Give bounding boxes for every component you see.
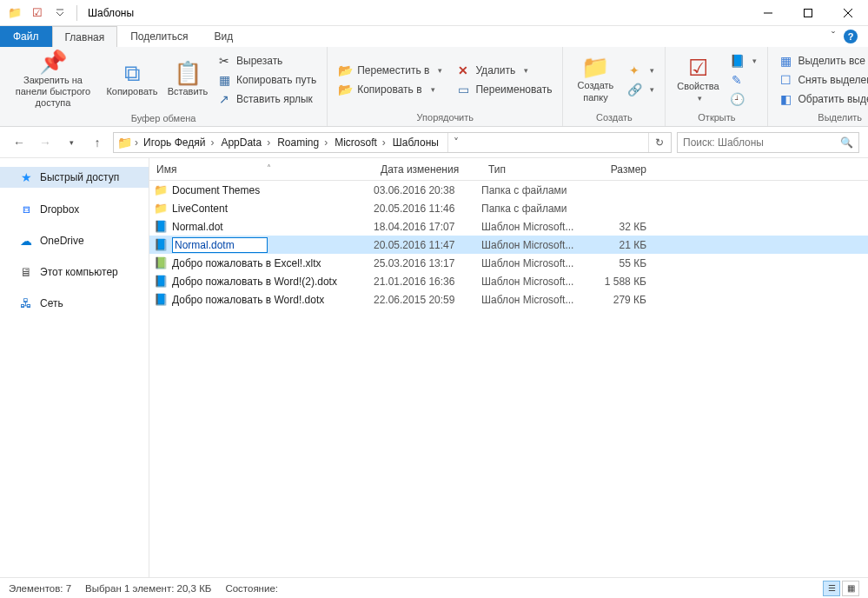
scissors-icon: ✂	[217, 54, 231, 68]
word-icon: 📘	[153, 293, 169, 306]
invert-selection-button[interactable]: ◧Обратить выделение	[773, 90, 868, 109]
properties-button[interactable]: ☑ Свойства	[671, 55, 725, 105]
navpane-network[interactable]: 🖧Сеть	[0, 293, 149, 314]
group-select: ▦Выделить все ☐Снять выделение ◧Обратить…	[768, 47, 868, 126]
file-row[interactable]: 📗Добро пожаловать в Excel!.xltx25.03.201…	[149, 254, 868, 272]
column-header-size[interactable]: Размер	[584, 163, 653, 176]
qat-dropdown-icon[interactable]	[50, 3, 70, 23]
file-date: 18.04.2016 17:07	[374, 221, 481, 233]
back-button[interactable]: ←	[9, 132, 30, 153]
navpane-dropbox[interactable]: ⧈Dropbox	[0, 198, 149, 220]
file-row[interactable]: 📁Document Themes03.06.2016 20:38Папка с …	[149, 181, 868, 199]
rename-input[interactable]: Normal.dotm	[172, 237, 268, 253]
navpane-onedrive[interactable]: ☁OneDrive	[0, 230, 149, 251]
search-input[interactable]	[683, 136, 840, 149]
new-item-button[interactable]: ✦	[622, 61, 659, 80]
easy-access-button[interactable]: 🔗	[622, 80, 659, 99]
file-type: Папка с файлами	[481, 203, 584, 215]
select-none-button[interactable]: ☐Снять выделение	[773, 70, 868, 90]
breadcrumb[interactable]: Шаблоны	[389, 133, 447, 152]
up-button[interactable]: ↑	[87, 132, 108, 153]
cut-button[interactable]: ✂Вырезать	[212, 51, 321, 70]
minimize-button[interactable]	[748, 0, 788, 26]
file-size: 55 КБ	[584, 257, 646, 269]
tab-home[interactable]: Главная	[52, 26, 118, 47]
close-button[interactable]	[828, 0, 868, 26]
column-header-name[interactable]: Имя ˄	[149, 163, 374, 176]
breadcrumb[interactable]: AppData	[217, 133, 274, 152]
file-name: Normal.dot	[169, 221, 374, 233]
help-icon[interactable]: ?	[844, 30, 858, 43]
file-type: Шаблон Microsoft...	[481, 221, 584, 233]
refresh-button[interactable]: ↻	[648, 133, 669, 152]
copy-path-button[interactable]: ▦Копировать путь	[212, 70, 321, 90]
group-new-label: Создать	[563, 112, 665, 126]
paste-icon: 📋	[174, 62, 202, 84]
svg-rect-1	[805, 9, 812, 17]
ribbon-collapse-icon[interactable]: ˇ	[832, 30, 835, 43]
move-to-button[interactable]: 📂Переместить в	[333, 61, 447, 80]
search-box[interactable]: 🔍	[677, 132, 859, 153]
column-header-date[interactable]: Дата изменения	[374, 163, 481, 176]
paste-shortcut-button[interactable]: ↗Вставить ярлык	[212, 90, 321, 109]
file-date: 20.05.2016 11:46	[374, 203, 481, 215]
word-icon: 📘	[153, 275, 169, 288]
select-all-button[interactable]: ▦Выделить все	[773, 51, 868, 70]
column-header-type[interactable]: Тип	[481, 163, 584, 176]
folder-icon[interactable]: 📁	[5, 3, 24, 23]
delete-button[interactable]: ✕Удалить	[451, 61, 557, 80]
history-button[interactable]: 🕘	[725, 90, 762, 109]
properties-qat-icon[interactable]: ☑	[28, 3, 47, 23]
file-row[interactable]: 📁LiveContent20.05.2016 11:46Папка с файл…	[149, 199, 868, 217]
thumbnails-view-button[interactable]: ▦	[842, 581, 859, 596]
history-icon: 🕘	[730, 92, 744, 106]
quick-access-toolbar: 📁 ☑	[0, 3, 81, 23]
navpane-quick-access[interactable]: ★Быстрый доступ	[0, 167, 149, 188]
status-state: Состояние:	[225, 583, 278, 594]
navigation-pane: ★Быстрый доступ ⧈Dropbox ☁OneDrive 🖥Этот…	[0, 158, 149, 577]
paste-button[interactable]: 📋 Вставить	[163, 60, 212, 99]
group-organize-label: Упорядочить	[328, 112, 562, 126]
ribbon-tabs: Файл Главная Поделиться Вид ˇ ?	[0, 26, 868, 47]
breadcrumb[interactable]: Roaming	[274, 133, 331, 152]
navpane-this-pc[interactable]: 🖥Этот компьютер	[0, 262, 149, 282]
address-folder-icon: 📁	[116, 136, 133, 150]
tab-share[interactable]: Поделиться	[117, 26, 201, 47]
star-icon: ★	[19, 170, 33, 184]
tab-file[interactable]: Файл	[0, 26, 52, 47]
edit-icon: ✎	[730, 73, 744, 87]
file-size: 279 КБ	[584, 294, 646, 306]
new-folder-button[interactable]: 📁 Создать папку	[568, 54, 622, 104]
pin-to-quick-access-button[interactable]: 📌 Закрепить на панели быстрого доступа	[5, 49, 101, 111]
address-dropdown-icon[interactable]: ˅	[447, 133, 465, 152]
copy-button[interactable]: ⧉ Копировать	[101, 60, 163, 99]
file-type: Шаблон Microsoft...	[481, 294, 584, 306]
group-new: 📁 Создать папку ✦ 🔗 Создать	[563, 47, 666, 126]
group-clipboard-label: Буфер обмена	[0, 113, 327, 126]
open-button[interactable]: 📘	[725, 51, 762, 70]
maximize-button[interactable]	[788, 0, 828, 26]
tab-view[interactable]: Вид	[201, 26, 246, 47]
copy-to-button[interactable]: 📂Копировать в	[333, 80, 447, 99]
group-open: ☑ Свойства 📘 ✎ 🕘 Открыть	[666, 47, 768, 126]
file-row[interactable]: 📘Normal.dot18.04.2016 17:07Шаблон Micros…	[149, 217, 868, 236]
recent-locations-button[interactable]: ▾	[61, 132, 82, 153]
open-icon: 📘	[730, 54, 744, 68]
edit-button[interactable]: ✎	[725, 70, 762, 90]
details-view-button[interactable]: ☰	[823, 581, 840, 596]
select-all-icon: ▦	[779, 54, 792, 68]
file-date: 20.05.2016 11:47	[374, 239, 481, 251]
file-row[interactable]: 📘Добро пожаловать в Word!.dotx22.06.2015…	[149, 290, 868, 309]
rename-button[interactable]: ▭Переименовать	[451, 80, 557, 99]
breadcrumb[interactable]: Microsoft	[331, 133, 389, 152]
file-size: 1 588 КБ	[584, 276, 646, 288]
forward-button[interactable]: →	[35, 132, 56, 153]
file-row[interactable]: 📘Добро пожаловать в Word!(2).dotx21.01.2…	[149, 272, 868, 290]
window-title: Шаблоны	[81, 7, 134, 19]
status-item-count: Элементов: 7	[9, 583, 71, 594]
address-bar[interactable]: 📁 › Игорь Федяй AppData Roaming Microsof…	[113, 132, 672, 153]
new-folder-icon: 📁	[581, 56, 609, 78]
breadcrumb[interactable]: Игорь Федяй	[140, 133, 217, 152]
copy-path-icon: ▦	[217, 73, 231, 87]
file-row[interactable]: 📘Normal.dotm20.05.2016 11:47Шаблон Micro…	[149, 236, 868, 254]
